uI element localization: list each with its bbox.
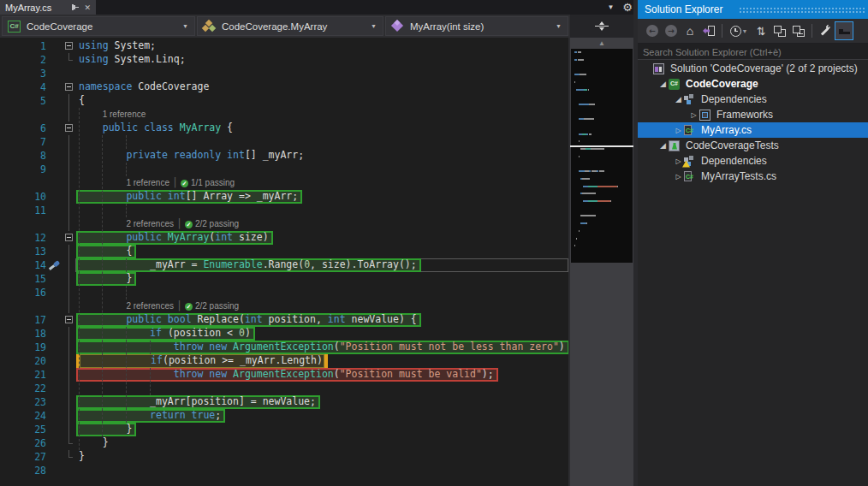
- code-line-3[interactable]: 3: [0, 67, 568, 80]
- code-text[interactable]: {: [75, 245, 568, 258]
- code-line-2[interactable]: 2using System.Linq;: [0, 53, 568, 67]
- code-line-17[interactable]: 17 public bool Replace(int position, int…: [0, 313, 568, 327]
- collapse-chevron-icon[interactable]: ◢: [673, 95, 684, 104]
- tree-item-codecoveragetests[interactable]: ◢CodeCoverageTests: [638, 138, 868, 153]
- codelens-tests-link[interactable]: ✓2/2 passing: [185, 301, 239, 311]
- code-text[interactable]: [75, 464, 568, 477]
- code-text[interactable]: }: [75, 272, 568, 286]
- member-dropdown[interactable]: MyArray(int size) ▼: [385, 16, 568, 36]
- code-line-28[interactable]: 28: [0, 464, 568, 477]
- expand-chevron-icon[interactable]: ▷: [688, 111, 699, 119]
- codelens-row[interactable]: 1 reference: [0, 108, 568, 122]
- code-text[interactable]: if (position < 0): [75, 327, 568, 341]
- codelens-text[interactable]: 1 reference: [75, 108, 568, 122]
- code-line-19[interactable]: 19 throw new ArgumentException("Position…: [0, 341, 568, 354]
- code-line-23[interactable]: 23 _myArr[position] = newValue;: [0, 395, 568, 409]
- code-line-18[interactable]: 18 if (position < 0): [0, 327, 568, 341]
- code-text[interactable]: {: [75, 94, 568, 108]
- split-window-button[interactable]: [570, 15, 633, 38]
- codelens-tests-link[interactable]: ✓1/1 passing: [181, 178, 235, 187]
- codelens-row[interactable]: 1 reference|✓1/1 passing: [0, 176, 568, 190]
- code-line-13[interactable]: 13 {: [0, 245, 568, 258]
- collapse-region-icon[interactable]: [65, 234, 73, 241]
- code-line-22[interactable]: 22: [0, 382, 568, 395]
- code-editor[interactable]: 1using System;2using System.Linq;34names…: [0, 38, 568, 486]
- code-text[interactable]: [75, 135, 568, 149]
- code-line-27[interactable]: 27}: [0, 450, 568, 464]
- solution-explorer-title-bar[interactable]: Solution Explorer: [638, 0, 868, 19]
- code-text[interactable]: public bool Replace(int position, int ne…: [75, 313, 568, 327]
- code-text[interactable]: [75, 204, 568, 217]
- code-line-21[interactable]: 21 throw new ArgumentException("Position…: [0, 368, 568, 382]
- code-line-12[interactable]: 12 public MyArray(int size): [0, 231, 568, 245]
- code-line-24[interactable]: 24 return true;: [0, 409, 568, 423]
- tree-item-myarray-cs[interactable]: ▷MyArray.cs: [638, 122, 868, 138]
- code-text[interactable]: public int[] Array => _myArr;: [75, 190, 568, 204]
- code-text[interactable]: if(position >= _myArr.Length): [75, 354, 568, 368]
- code-text[interactable]: _myArr = Enumerable.Range(0, size).ToArr…: [75, 258, 568, 272]
- code-line-10[interactable]: 10 public int[] Array => _myArr;: [0, 190, 568, 204]
- outlining-margin[interactable]: [63, 80, 75, 94]
- code-line-11[interactable]: 11: [0, 204, 568, 217]
- outlining-margin[interactable]: [63, 231, 75, 245]
- code-text[interactable]: [75, 286, 568, 299]
- minimap-scrollbar[interactable]: ▲: [570, 38, 633, 486]
- code-line-6[interactable]: 6 public class MyArray {: [0, 122, 568, 135]
- gear-icon[interactable]: ⚙: [622, 1, 633, 14]
- code-line-7[interactable]: 7: [0, 135, 568, 149]
- solution-explorer-search[interactable]: [638, 44, 868, 60]
- back-button[interactable]: ←: [643, 21, 662, 40]
- code-line-16[interactable]: 16: [0, 286, 568, 299]
- code-text[interactable]: public MyArray(int size): [75, 231, 568, 245]
- codelens-text[interactable]: 1 reference|✓1/1 passing: [75, 176, 568, 190]
- collapse-region-icon[interactable]: [65, 42, 73, 50]
- pending-changes-filter-button[interactable]: ▼: [726, 21, 752, 40]
- quick-actions-screwdriver-icon[interactable]: [46, 258, 62, 273]
- tree-item-dependencies[interactable]: ◢Dependencies: [638, 92, 868, 107]
- search-input[interactable]: [638, 44, 868, 60]
- code-text[interactable]: public class MyArray {: [75, 122, 568, 135]
- expand-chevron-icon[interactable]: ▷: [673, 157, 684, 165]
- home-button[interactable]: ⌂: [681, 21, 699, 40]
- code-text[interactable]: private readonly int[] _myArr;: [75, 149, 568, 163]
- codelens-row[interactable]: 2 references|✓2/2 passing: [0, 299, 568, 313]
- code-line-8[interactable]: 8 private readonly int[] _myArr;: [0, 149, 568, 163]
- tree-item-codecoverage[interactable]: ◢CodeCoverage: [638, 76, 868, 92]
- codelens-references-link[interactable]: 2 references: [126, 219, 174, 228]
- codelens-text[interactable]: 2 references|✓2/2 passing: [75, 217, 568, 231]
- code-line-1[interactable]: 1using System;: [0, 39, 568, 53]
- outlining-margin[interactable]: [63, 122, 75, 135]
- collapse-chevron-icon[interactable]: ◢: [657, 141, 669, 150]
- codelens-text[interactable]: 2 references|✓2/2 passing: [75, 299, 568, 313]
- collapse-region-icon[interactable]: [65, 316, 73, 323]
- pin-icon[interactable]: [71, 3, 80, 12]
- code-text[interactable]: namespace CodeCoverage: [75, 80, 568, 94]
- codelens-references-link[interactable]: 1 reference: [126, 178, 169, 187]
- forward-button[interactable]: →: [662, 21, 681, 40]
- collapse-region-icon[interactable]: [65, 83, 73, 91]
- minimap-source-overview[interactable]: [571, 49, 633, 263]
- code-text[interactable]: return true;: [75, 409, 568, 423]
- code-line-25[interactable]: 25 }: [0, 423, 568, 436]
- preview-selected-items-button[interactable]: [835, 21, 853, 40]
- expand-chevron-icon[interactable]: ▷: [673, 127, 684, 134]
- code-text[interactable]: [75, 67, 568, 80]
- code-text[interactable]: using System;: [75, 39, 568, 53]
- code-line-5[interactable]: 5{: [0, 94, 568, 108]
- collapse-chevron-icon[interactable]: ◢: [657, 80, 669, 88]
- tree-item-solution-codecoverage-2-of-2-projects[interactable]: Solution 'CodeCoverage' (2 of 2 projects…: [638, 61, 868, 76]
- tab-list-dropdown-icon[interactable]: ▼: [607, 3, 614, 11]
- codelens-row[interactable]: 2 references|✓2/2 passing: [0, 217, 568, 231]
- codelens-references-link[interactable]: 1 reference: [103, 110, 146, 119]
- sync-with-active-document-button[interactable]: [699, 21, 718, 40]
- codelens-tests-link[interactable]: ✓2/2 passing: [185, 219, 239, 228]
- code-line-20[interactable]: 20 if(position >= _myArr.Length): [0, 354, 568, 368]
- code-text[interactable]: [75, 163, 568, 176]
- tree-item-myarraytests-cs[interactable]: ▷MyArrayTests.cs: [638, 169, 868, 184]
- code-text[interactable]: }: [75, 423, 568, 436]
- collapse-all-button[interactable]: [770, 21, 789, 40]
- expand-chevron-icon[interactable]: ▷: [673, 173, 684, 181]
- code-text[interactable]: _myArr[position] = newValue;: [75, 395, 568, 409]
- outlining-margin[interactable]: [63, 39, 75, 53]
- tree-item-frameworks[interactable]: ▷Frameworks: [638, 107, 868, 122]
